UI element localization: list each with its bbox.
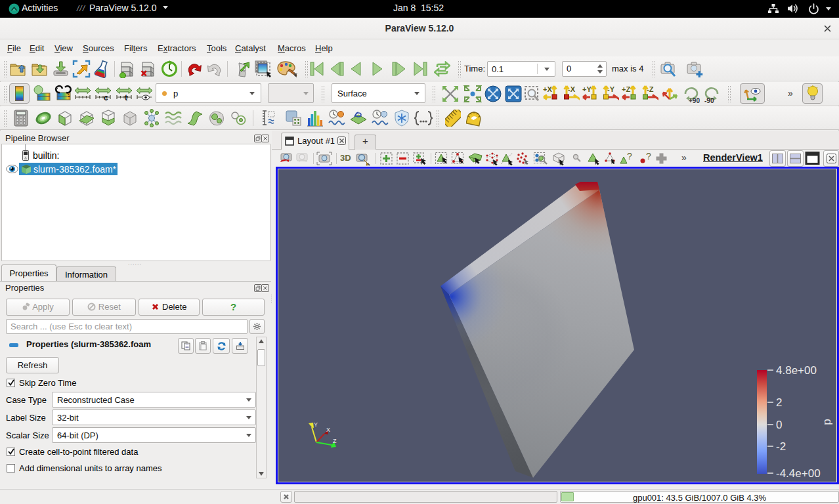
svg-text:+90: +90 [689,97,700,104]
svg-text:+Y: +Y [582,85,592,93]
svg-text:-4.4e+00: -4.4e+00 [776,467,821,480]
svg-text:0: 0 [776,419,782,431]
svg-text:Z: Z [333,438,337,444]
svg-text:-Z: -Z [647,85,654,93]
svg-text:?: ? [646,152,651,161]
svg-text:-90: -90 [704,97,714,104]
svg-text:+X: +X [543,85,552,93]
svg-text:4.8e+00: 4.8e+00 [776,364,817,377]
svg-text:+Z: +Z [622,85,630,93]
svg-text:Y: Y [314,421,318,428]
svg-text:-2: -2 [776,440,786,453]
svg-text:X: X [326,427,330,433]
svg-text:?: ? [627,152,632,161]
svg-text:p: p [821,419,833,425]
svg-text:-Y: -Y [607,85,615,93]
svg-text:2: 2 [776,396,782,409]
svg-text:t: t [125,93,127,101]
svg-text:c: c [104,93,108,101]
svg-text:-X: -X [568,85,576,93]
